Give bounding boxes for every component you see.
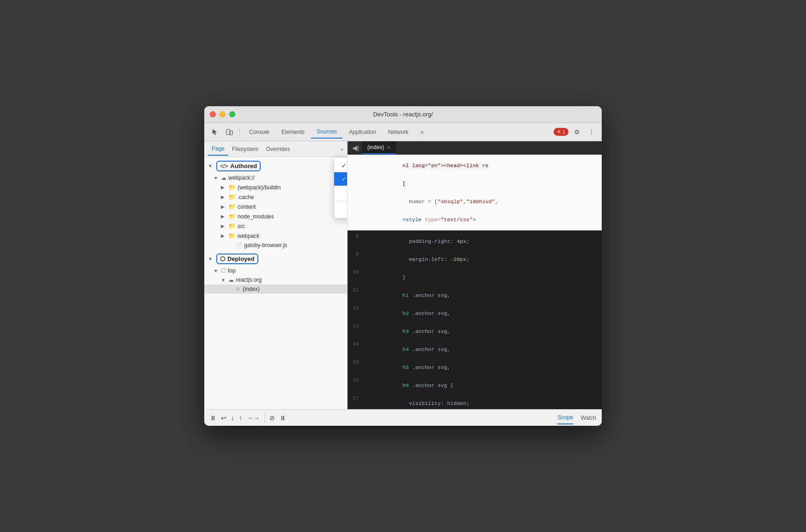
webpack-src[interactable]: ▶ 📁 src (204, 221, 347, 231)
pause-on-exception-icon[interactable]: ⏸ (280, 414, 286, 422)
webpack-cloud-icon: ☁ (221, 175, 226, 181)
sidebar: Page Filesystem Overrides » ▼ </> Author… (204, 141, 348, 409)
top-chevron: ▼ (214, 268, 219, 273)
deployed-label: Deployed (227, 255, 255, 262)
line-content-top-4: <style type="text/css"> (364, 211, 602, 229)
step-up-icon[interactable]: ↑ (239, 414, 242, 422)
editor-tab-close-icon[interactable]: ✕ (387, 145, 391, 150)
tab-more[interactable]: » (415, 126, 429, 138)
code-line-top-1: nl lang="en"><head><link re (348, 157, 602, 175)
deactivate-breakpoints-icon[interactable]: ⊘ (269, 414, 275, 422)
reactjs-chevron: ▼ (221, 278, 226, 283)
code-line-8: 8 padding-right: 4px; (348, 232, 602, 250)
pause-button[interactable]: ⏸ (210, 414, 216, 422)
content-chevron: ▶ (221, 204, 226, 209)
device-toolbar-icon[interactable] (223, 126, 236, 139)
authored-header[interactable]: ▼ </> Authored (204, 159, 347, 173)
maximize-button[interactable] (229, 111, 235, 117)
index-label: (index) (243, 286, 260, 292)
deployed-header[interactable]: ▼ ⬡ Deployed (204, 252, 347, 266)
webpack-node-modules[interactable]: ▶ 📁 node_modules (204, 212, 347, 221)
line-content-13: h3 .anchor svg, (364, 322, 602, 340)
line-content-9: margin-left: -20px; (364, 250, 602, 268)
menu-open-file[interactable]: ✓ Open file ⌘ P (334, 203, 348, 216)
webpack-webpack[interactable]: ▶ 📁 webpack (204, 231, 347, 241)
step-right-icon[interactable]: →→ (247, 414, 260, 422)
toolbar-divider-1 (239, 127, 240, 137)
line-num-14: 14 (348, 340, 364, 349)
webpack-label: webpack:// (228, 175, 255, 181)
gatsby-label: gatsby-browser.js (244, 242, 287, 248)
line-num-16: 16 (348, 376, 364, 385)
editor-tab-index[interactable]: (index) ✕ (362, 141, 397, 154)
sidebar-tab-filesystem[interactable]: Filesystem (228, 143, 262, 155)
close-button[interactable] (210, 111, 216, 117)
editor-area: ◀| (index) ✕ nl lang="en"><head><link re (348, 141, 602, 409)
sidebar-toggle-button[interactable]: ◀| (349, 142, 362, 153)
line-content-10: } (364, 268, 602, 286)
buildin-folder-icon: 📁 (228, 184, 236, 191)
code-line-9: 9 margin-left: -20px; (348, 250, 602, 268)
step-down-icon[interactable]: ↓ (231, 414, 234, 422)
minimize-button[interactable] (220, 111, 226, 117)
authored-chevron: ▼ (208, 163, 214, 169)
gatsby-browser-js[interactable]: ▶ 📄 gatsby-browser.js (204, 241, 347, 250)
line-content-16: h6 .anchor svg { (364, 376, 602, 394)
code-line-12: 12 h2 .anchor svg, (348, 304, 602, 322)
error-x-icon: ✕ (557, 129, 561, 135)
code-line-top-3: humor = ["xbsqlp","190hivd", (348, 193, 602, 211)
authored-code-icon: </> (220, 163, 228, 169)
reactjs-cloud-icon: ☁ (228, 277, 234, 283)
menu-hide-ignore-listed[interactable]: ✓ Hide ignore-listed sources 🔒 (334, 186, 348, 199)
menu-group-authored-deployed[interactable]: ✓ Group by Authored/Deployed 🔒 (334, 172, 348, 186)
webpack-cache[interactable]: ▶ 📁 .cache (204, 192, 347, 202)
src-folder-icon: 📁 (228, 223, 236, 230)
more-options-icon[interactable]: ⋮ (585, 126, 598, 139)
group-authored-check-icon: ✓ (342, 176, 348, 182)
menu-group-by-folder[interactable]: ✓ Group by folder (334, 159, 348, 172)
authored-label: Authored (230, 163, 257, 169)
deployed-index[interactable]: ▶ 🗎 (index) (204, 284, 347, 294)
tab-elements[interactable]: Elements (276, 126, 310, 138)
tab-sources[interactable]: Sources (311, 126, 342, 139)
line-content-top-2: [ (364, 175, 602, 193)
sidebar-tab-overrides[interactable]: Overrides (262, 143, 293, 155)
tab-application[interactable]: Application (343, 126, 382, 138)
node-modules-chevron: ▶ (221, 214, 226, 219)
devtools-window: DevTools - reactjs.org/ Console Elements… (204, 106, 602, 426)
reactjs-label: reactjs.org (236, 277, 262, 283)
code-line-13: 13 h3 .anchor svg, (348, 322, 602, 340)
error-count: 1 (562, 129, 565, 135)
line-num-11: 11 (348, 286, 364, 295)
webpack-inner-label: webpack (238, 233, 259, 239)
deployed-chevron: ▼ (208, 256, 214, 261)
node-modules-label: node_modules (238, 213, 274, 220)
debug-separator (264, 413, 265, 423)
top-page-icon: ☐ (221, 267, 226, 274)
tab-console[interactable]: Console (244, 126, 275, 138)
line-content-8: padding-right: 4px; (364, 232, 602, 250)
node-modules-folder-icon: 📁 (228, 213, 236, 220)
webpack-content[interactable]: ▶ 📁 content (204, 202, 347, 212)
sidebar-tab-page[interactable]: Page (208, 143, 228, 156)
tab-network[interactable]: Network (383, 126, 414, 138)
error-badge[interactable]: ✕ 1 (554, 128, 568, 136)
deployed-reactjs[interactable]: ▼ ☁ reactjs.org (204, 275, 347, 284)
code-line-11: 11 h1 .anchor svg, (348, 286, 602, 304)
panel-tab-watch[interactable]: Watch (580, 412, 596, 424)
line-content-12: h2 .anchor svg, (364, 304, 602, 322)
editor-tab-label: (index) (367, 144, 385, 151)
deployed-top[interactable]: ▼ ☐ top (204, 266, 347, 275)
line-content-top-1: nl lang="en"><head><link re (364, 157, 602, 175)
code-main-section: 8 padding-right: 4px; 9 margin-left: -20… (348, 230, 602, 409)
webpack-buildin[interactable]: ▶ 📁 (webpack)/buildin (204, 182, 347, 192)
menu-separator (334, 201, 348, 201)
inspect-icon[interactable] (208, 126, 221, 139)
line-content-top-3: humor = ["xbsqlp","190hivd", (364, 193, 602, 211)
webpack-root[interactable]: ▼ ☁ webpack:// (204, 173, 347, 182)
resume-icon[interactable]: ↩ (221, 414, 226, 422)
settings-icon[interactable]: ⚙ (570, 126, 583, 139)
sidebar-more-icon[interactable]: » (341, 146, 343, 152)
panel-tab-scope[interactable]: Scope (557, 411, 573, 424)
context-menu: ⋮ ✓ Group by folder ✓ Group by Authored/… (334, 157, 348, 218)
